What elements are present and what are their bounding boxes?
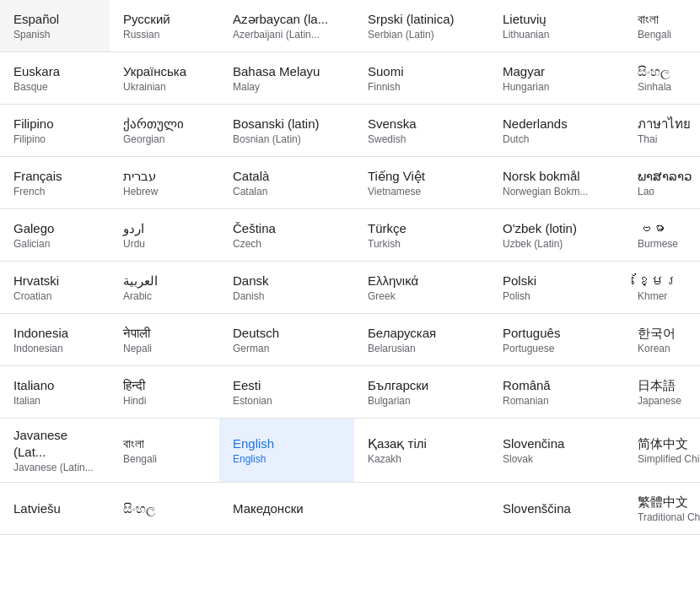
language-item[interactable]: FilipinoFilipino xyxy=(0,105,110,157)
lang-english-name: Arabic xyxy=(123,290,209,302)
language-item[interactable]: Tiếng ViệtVietnamese xyxy=(354,157,489,209)
language-item[interactable]: नेपालीNepali xyxy=(110,314,219,366)
language-item[interactable] xyxy=(354,483,489,535)
lang-native-name: Indonesia xyxy=(13,325,100,342)
language-item[interactable]: DeutschGerman xyxy=(219,314,354,366)
language-item[interactable]: 简体中文Simplified Chinese xyxy=(624,419,700,483)
lang-english-name: Finnish xyxy=(368,81,479,93)
language-item[interactable]: Slovenščina xyxy=(489,483,624,535)
lang-english-name: Urdu xyxy=(123,238,209,250)
language-item[interactable]: БългарскиBulgarian xyxy=(354,366,489,419)
language-item[interactable]: ພາສາລາວLao xyxy=(624,157,700,209)
language-item[interactable]: RomânăRomanian xyxy=(489,366,624,419)
lang-native-name: ภาษาไทย xyxy=(638,116,700,132)
language-item[interactable]: EspañolSpanish xyxy=(0,0,110,52)
lang-native-name: Čeština xyxy=(233,220,344,237)
lang-native-name: 简体中文 xyxy=(638,435,700,452)
lang-native-name: বাংলা xyxy=(638,11,700,28)
lang-native-name: Русский xyxy=(123,11,209,28)
language-item[interactable]: DanskDanish xyxy=(219,262,354,314)
language-item[interactable]: 繁體中文Traditional Chinese xyxy=(624,483,700,535)
lang-native-name: Slovenščina xyxy=(503,500,614,517)
language-item[interactable]: සිංහලSinhala xyxy=(624,52,700,105)
language-item[interactable]: HrvatskiCroatian xyxy=(0,262,110,314)
language-item[interactable]: Azərbaycan (la...Azerbaijani (Latin... xyxy=(219,0,354,52)
lang-english-name: Swedish xyxy=(368,133,479,145)
language-item[interactable]: PortuguêsPortuguese xyxy=(489,314,624,366)
lang-english-name: Nepali xyxy=(123,343,209,354)
language-grid: EspañolSpanishРусскийRussianAzərbaycan (… xyxy=(0,0,700,535)
lang-english-name: English xyxy=(233,453,344,465)
lang-native-name: සිංහල xyxy=(123,500,209,517)
lang-native-name: नेपाली xyxy=(123,325,209,342)
language-item[interactable]: සිංහල xyxy=(110,483,219,535)
lang-native-name: العربية xyxy=(123,273,209,289)
language-item[interactable]: O'zbek (lotin)Uzbek (Latin) xyxy=(489,209,624,262)
language-item[interactable]: SlovenčinaSlovak xyxy=(489,419,624,483)
language-item[interactable]: Norsk bokmålNorwegian Bokm... xyxy=(489,157,624,209)
language-item[interactable]: CatalàCatalan xyxy=(219,157,354,209)
lang-english-name: Khmer xyxy=(638,290,700,302)
language-item[interactable]: Srpski (latinica)Serbian (Latin) xyxy=(354,0,489,52)
language-item[interactable]: বাংলাBengali xyxy=(624,0,700,52)
language-item[interactable]: LietuviųLithuanian xyxy=(489,0,624,52)
language-item[interactable]: العربيةArabic xyxy=(110,262,219,314)
lang-native-name: Català xyxy=(233,168,344,185)
lang-native-name: Srpski (latinica) xyxy=(368,11,479,28)
lang-native-name: Eesti xyxy=(233,377,344,394)
language-item[interactable]: ខ្មែរKhmer xyxy=(624,262,700,314)
language-item[interactable]: SuomiFinnish xyxy=(354,52,489,105)
language-item[interactable]: SvenskaSwedish xyxy=(354,105,489,157)
lang-native-name: English xyxy=(233,435,344,452)
language-item[interactable]: БеларускаяBelarusian xyxy=(354,314,489,366)
language-item[interactable]: ქართულიGeorgian xyxy=(110,105,219,157)
language-item[interactable]: ภาษาไทยThai xyxy=(624,105,700,157)
lang-english-name: Hungarian xyxy=(503,81,614,93)
language-item[interactable]: עבריתHebrew xyxy=(110,157,219,209)
language-item[interactable]: MagyarHungarian xyxy=(489,52,624,105)
lang-native-name: Galego xyxy=(13,220,100,237)
language-item[interactable]: हिन्दीHindi xyxy=(110,366,219,419)
lang-english-name: Filipino xyxy=(13,133,100,145)
language-item[interactable]: ItalianoItalian xyxy=(0,366,110,419)
language-item[interactable]: Македонски xyxy=(219,483,354,535)
lang-native-name: Bahasa Melayu xyxy=(233,63,344,80)
language-item[interactable]: Bahasa MelayuMalay xyxy=(219,52,354,105)
language-item[interactable]: УкраїнськаUkrainian xyxy=(110,52,219,105)
lang-native-name: Polski xyxy=(503,273,614,289)
language-item[interactable]: GalegoGalician xyxy=(0,209,110,262)
language-item[interactable]: EnglishEnglish xyxy=(219,419,354,483)
language-item[interactable]: Қазақ тіліKazakh xyxy=(354,419,489,483)
lang-english-name: Bengali xyxy=(638,29,700,41)
lang-english-name: Romanian xyxy=(503,395,614,407)
lang-english-name: Norwegian Bokm... xyxy=(503,186,614,197)
language-item[interactable]: IndonesiaIndonesian xyxy=(0,314,110,366)
language-item[interactable]: TürkçeTurkish xyxy=(354,209,489,262)
language-item[interactable]: РусскийRussian xyxy=(110,0,219,52)
lang-native-name: Tiếng Việt xyxy=(368,168,479,185)
language-item[interactable]: বাংলাBengali xyxy=(110,419,219,483)
lang-english-name: Hindi xyxy=(123,395,209,407)
language-item[interactable]: ဗမာBurmese xyxy=(624,209,700,262)
lang-english-name: Uzbek (Latin) xyxy=(503,238,614,250)
language-item[interactable]: EuskaraBasque xyxy=(0,52,110,105)
lang-native-name: ພາສາລາວ xyxy=(638,168,700,185)
lang-english-name: Traditional Chinese xyxy=(638,511,700,523)
language-item[interactable]: ČeštinaCzech xyxy=(219,209,354,262)
language-item[interactable]: FrançaisFrench xyxy=(0,157,110,209)
lang-native-name: Español xyxy=(13,11,100,28)
lang-english-name: Russian xyxy=(123,29,209,41)
lang-english-name: Azerbaijani (Latin... xyxy=(233,29,344,41)
language-item[interactable]: 日本語Japanese xyxy=(624,366,700,419)
language-item[interactable]: NederlandsDutch xyxy=(489,105,624,157)
language-item[interactable]: اردوUrdu xyxy=(110,209,219,262)
language-item[interactable]: 한국어Korean xyxy=(624,314,700,366)
lang-english-name: Croatian xyxy=(13,290,100,302)
language-item[interactable]: Javanese (Lat...Javanese (Latin... xyxy=(0,419,110,483)
language-item[interactable]: Bosanski (latin)Bosnian (Latin) xyxy=(219,105,354,157)
language-item[interactable]: ΕλληνικάGreek xyxy=(354,262,489,314)
lang-native-name: Ελληνικά xyxy=(368,273,479,289)
language-item[interactable]: EestiEstonian xyxy=(219,366,354,419)
language-item[interactable]: Latviešu xyxy=(0,483,110,535)
language-item[interactable]: PolskiPolish xyxy=(489,262,624,314)
